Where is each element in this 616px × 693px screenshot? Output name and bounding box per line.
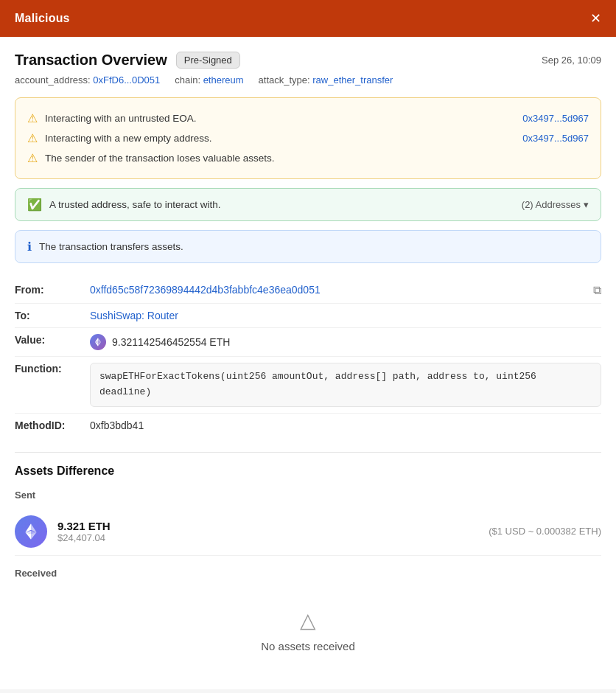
method-row: MethodID: 0xfb3bdb41 bbox=[15, 414, 601, 437]
function-value: swapETHForExactTokens(uint256 amountOut,… bbox=[90, 363, 601, 407]
warning-icon-2: ⚠ bbox=[27, 131, 38, 145]
overview-title: Transaction Overview bbox=[15, 52, 167, 69]
account-address-link[interactable]: 0xFfD6...0D051 bbox=[93, 74, 160, 86]
content: Transaction Overview Pre-Signed Sep 26, … bbox=[0, 37, 616, 689]
overview-title-row: Transaction Overview Pre-Signed bbox=[15, 52, 240, 69]
attack-value[interactable]: raw_ether_transfer bbox=[312, 74, 393, 86]
warning-item-2: ⚠ Interacting with a new empty address. … bbox=[27, 128, 589, 148]
info-section: ℹ The transaction transfers assets. bbox=[15, 230, 601, 263]
info-icon: ℹ bbox=[27, 240, 32, 254]
info-text: The transaction transfers assets. bbox=[39, 241, 183, 252]
copy-icon[interactable]: ⧉ bbox=[593, 284, 601, 297]
received-label: Received bbox=[15, 568, 601, 579]
header-title: Malicious bbox=[15, 12, 70, 25]
sent-label: Sent bbox=[15, 490, 601, 501]
from-value[interactable]: 0xffd65c58f72369894442d4b3fabbfc4e36ea0d… bbox=[90, 284, 584, 296]
pre-signed-badge: Pre-Signed bbox=[176, 52, 240, 69]
check-icon: ✅ bbox=[27, 198, 42, 212]
to-value[interactable]: SushiSwap: Router bbox=[90, 310, 601, 321]
received-section: Received △ No assets received bbox=[15, 568, 601, 675]
value-label: Value: bbox=[15, 334, 81, 346]
to-row: To: SushiSwap: Router bbox=[15, 304, 601, 328]
warning-item-3: ⚠ The sender of the transaction loses va… bbox=[27, 148, 589, 168]
overview-header: Transaction Overview Pre-Signed Sep 26, … bbox=[15, 52, 601, 69]
sent-usd: $24,407.04 bbox=[57, 532, 489, 543]
to-label: To: bbox=[15, 310, 81, 321]
transaction-details: From: 0xffd65c58f72369894442d4b3fabbfc4e… bbox=[15, 278, 601, 437]
no-assets: △ No assets received bbox=[15, 586, 601, 675]
function-row: Function: swapETHForExactTokens(uint256 … bbox=[15, 357, 601, 414]
warning-link-2[interactable]: 0x3497...5d967 bbox=[522, 133, 589, 144]
addresses-toggle[interactable]: (2) Addresses ▾ bbox=[522, 199, 589, 210]
warning-triangle-icon: △ bbox=[300, 608, 316, 633]
addresses-label: (2) Addresses bbox=[522, 199, 581, 210]
warning-link-1[interactable]: 0x3497...5d967 bbox=[522, 113, 589, 124]
warning-icon-1: ⚠ bbox=[27, 111, 38, 125]
function-label: Function: bbox=[15, 363, 81, 375]
from-row: From: 0xffd65c58f72369894442d4b3fabbfc4e… bbox=[15, 278, 601, 304]
from-label: From: bbox=[15, 284, 81, 296]
sent-asset-item: 9.321 ETH $24,407.04 ($1 USD ~ 0.000382 … bbox=[15, 508, 601, 556]
warning-item-1: ⚠ Interacting with an untrusted EOA. 0x3… bbox=[27, 108, 589, 128]
trusted-text: A trusted address, safe to interact with… bbox=[49, 199, 221, 210]
sent-rate: ($1 USD ~ 0.000382 ETH) bbox=[489, 526, 601, 537]
warning-text-2: Interacting with a new empty address. bbox=[45, 133, 212, 144]
asset-info: 9.321 ETH $24,407.04 bbox=[57, 520, 489, 543]
assets-section: Assets Difference Sent 9.321 ETH $24,407… bbox=[15, 452, 601, 675]
trusted-section: ✅ A trusted address, safe to interact wi… bbox=[15, 188, 601, 221]
sent-amount: 9.321 ETH bbox=[57, 520, 489, 532]
method-label: MethodID: bbox=[15, 419, 81, 431]
method-value: 0xfb3bdb41 bbox=[90, 419, 601, 431]
chain-label: chain: ethereum bbox=[175, 74, 243, 86]
no-assets-text: No assets received bbox=[261, 640, 355, 652]
assets-title: Assets Difference bbox=[15, 464, 601, 478]
warning-text-1: Interacting with an untrusted EOA. bbox=[45, 113, 197, 124]
warning-text-3: The sender of the transaction loses valu… bbox=[45, 153, 274, 164]
eth-icon-inline bbox=[90, 334, 106, 350]
chain-value[interactable]: ethereum bbox=[203, 74, 244, 86]
value-row: Value: 9.321142546452554 ETH bbox=[15, 328, 601, 357]
close-button[interactable]: ✕ bbox=[590, 12, 601, 25]
meta-row: account_address: 0xFfD6...0D051 chain: e… bbox=[15, 74, 601, 86]
chevron-down-icon: ▾ bbox=[584, 199, 589, 210]
warning-section: ⚠ Interacting with an untrusted EOA. 0x3… bbox=[15, 97, 601, 179]
timestamp: Sep 26, 10:09 bbox=[542, 55, 601, 66]
account-label: account_address: 0xFfD6...0D051 bbox=[15, 74, 160, 86]
warning-icon-3: ⚠ bbox=[27, 151, 38, 165]
value-amount: 9.321142546452554 ETH bbox=[112, 336, 230, 348]
eth-icon-large bbox=[15, 515, 47, 548]
attack-label: attack_type: raw_ether_transfer bbox=[259, 74, 393, 86]
header: Malicious ✕ bbox=[0, 0, 616, 37]
